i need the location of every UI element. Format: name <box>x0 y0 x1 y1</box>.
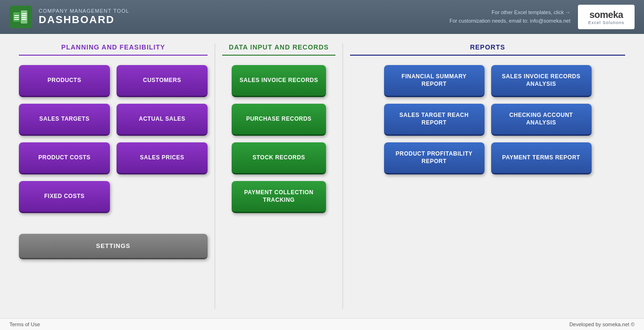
checking-account-btn[interactable]: CHECKING ACCOUNT ANALYSIS <box>491 104 592 136</box>
footer-left[interactable]: Terms of Use <box>9 322 40 327</box>
svg-rect-7 <box>22 17 26 18</box>
promo-text-block: For other Excel templates, click → For c… <box>450 8 570 25</box>
settings-wrapper: SETTINGS <box>19 234 208 259</box>
svg-rect-2 <box>14 15 19 16</box>
financial-summary-btn[interactable]: FINANCIAL SUMMARY REPORT <box>384 65 485 97</box>
reports-section: REPORTS FINANCIAL SUMMARY REPORT SALES I… <box>345 43 630 309</box>
svg-rect-3 <box>14 17 19 18</box>
app-logo-icon <box>9 6 32 28</box>
svg-rect-6 <box>22 15 26 16</box>
data-buttons: SALES INVOICE RECORDS PURCHASE RECORDS S… <box>232 65 326 213</box>
data-title: DATA INPUT AND RECORDS <box>222 43 335 56</box>
stock-records-btn[interactable]: STOCK RECORDS <box>232 142 326 174</box>
data-section: DATA INPUT AND RECORDS SALES INVOICE REC… <box>217 43 340 309</box>
customers-btn[interactable]: CUSTOMERS <box>117 65 208 97</box>
promo-line1: For other Excel templates, click → <box>450 8 570 17</box>
header: COMPANY MANAGEMENT TOOL DASHBOARD For ot… <box>0 0 644 34</box>
sales-targets-btn[interactable]: SALES TARGETS <box>19 104 110 136</box>
svg-rect-5 <box>22 13 26 14</box>
purchase-records-btn[interactable]: PURCHASE RECORDS <box>232 104 326 136</box>
products-btn[interactable]: PRODUCTS <box>19 65 110 97</box>
someka-logo: someka Excel Solutions <box>578 5 635 29</box>
sales-prices-btn[interactable]: SALES PRICES <box>117 142 208 174</box>
svg-rect-4 <box>14 19 19 20</box>
fixed-costs-btn[interactable]: FIXED COSTS <box>19 181 110 213</box>
divider-1 <box>215 43 215 309</box>
header-right: For other Excel templates, click → For c… <box>450 5 635 29</box>
actual-sales-btn[interactable]: ACTUAL SALES <box>117 104 208 136</box>
header-left: COMPANY MANAGEMENT TOOL DASHBOARD <box>9 6 129 28</box>
main-content: PLANNING AND FEASIBILITY PRODUCTS CUSTOM… <box>0 34 644 318</box>
payment-terms-btn[interactable]: PAYMENT TERMS REPORT <box>491 142 592 174</box>
dashboard-title: DASHBOARD <box>39 14 129 26</box>
someka-sub: Excel Solutions <box>588 20 625 25</box>
sales-invoice-btn[interactable]: SALES INVOICE RECORDS <box>232 65 326 97</box>
settings-btn[interactable]: SETTINGS <box>19 234 208 259</box>
sales-invoice-analysis-btn[interactable]: SALES INVOICE RECORDS ANALYSIS <box>491 65 592 97</box>
reports-buttons: FINANCIAL SUMMARY REPORT SALES INVOICE R… <box>384 65 592 174</box>
product-costs-btn[interactable]: PRODUCT COSTS <box>19 142 110 174</box>
promo-line2: For customization needs, email to: info@… <box>450 17 570 25</box>
planning-section: PLANNING AND FEASIBILITY PRODUCTS CUSTOM… <box>14 43 212 309</box>
divider-2 <box>343 43 343 309</box>
product-profitability-btn[interactable]: PRODUCT PROFITABILITY REPORT <box>384 142 485 174</box>
svg-rect-8 <box>22 19 26 20</box>
sales-target-reach-btn[interactable]: SALES TARGET REACH REPORT <box>384 104 485 136</box>
sections-row: PLANNING AND FEASIBILITY PRODUCTS CUSTOM… <box>14 43 630 309</box>
planning-buttons: PRODUCTS CUSTOMERS SALES TARGETS ACTUAL … <box>19 65 208 259</box>
footer-right: Developed by someka.net © <box>569 322 635 327</box>
header-title-block: COMPANY MANAGEMENT TOOL DASHBOARD <box>39 8 129 26</box>
planning-title: PLANNING AND FEASIBILITY <box>19 43 208 56</box>
payment-collection-btn[interactable]: PAYMENT COLLECTION TRACKING <box>232 181 326 213</box>
company-label: COMPANY MANAGEMENT TOOL <box>39 8 129 14</box>
footer: Terms of Use Developed by someka.net © <box>0 318 644 330</box>
reports-title: REPORTS <box>350 43 625 56</box>
someka-name: someka <box>589 9 623 20</box>
